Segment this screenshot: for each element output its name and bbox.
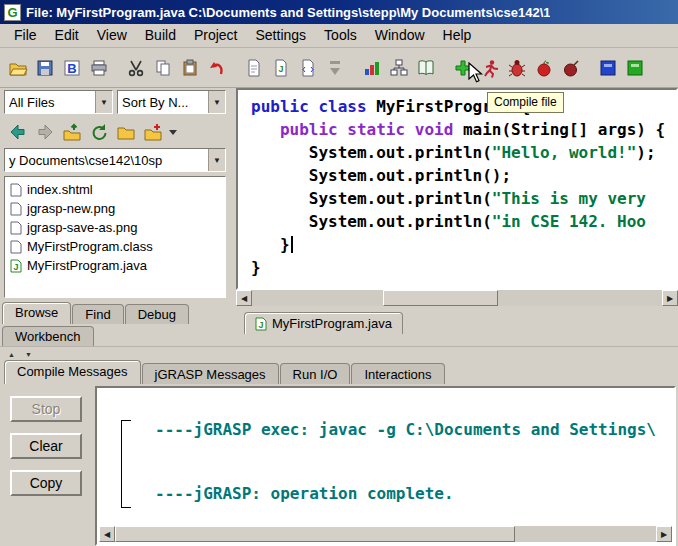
- horizontal-splitter[interactable]: ▲ ▼: [0, 346, 678, 360]
- menu-tools[interactable]: Tools: [316, 25, 365, 46]
- editor-tab-label: MyFirstProgram.java: [272, 316, 392, 331]
- undo-button[interactable]: [203, 54, 230, 82]
- file-item[interactable]: jgrasp-new.png: [7, 199, 223, 218]
- chevron-down-icon[interactable]: ▼: [208, 149, 225, 171]
- file-item[interactable]: index.shtml: [7, 180, 223, 199]
- toolbar: B J: [0, 48, 678, 88]
- print-button[interactable]: [85, 54, 112, 82]
- uml-tree-icon: [389, 58, 409, 78]
- editor-tab-myfirstprogram[interactable]: J MyFirstProgram.java: [244, 312, 403, 334]
- browser-nav-toolbar: [4, 118, 179, 146]
- save-button[interactable]: [31, 54, 58, 82]
- sort-combo[interactable]: Sort By N... ▼: [117, 90, 226, 114]
- collapse-up-icon[interactable]: ▲: [4, 349, 19, 359]
- collapse-down-icon[interactable]: ▼: [21, 349, 36, 359]
- copy-button[interactable]: [149, 54, 176, 82]
- folder-menu-button[interactable]: [166, 119, 179, 145]
- new-folder-button[interactable]: [139, 119, 166, 145]
- scroll-right-icon[interactable]: ▶: [656, 526, 672, 542]
- new-folder-icon: [143, 122, 163, 142]
- copy-button[interactable]: Copy: [10, 470, 82, 496]
- run-applet-button[interactable]: [530, 54, 557, 82]
- menu-file[interactable]: File: [6, 25, 45, 46]
- folder-button[interactable]: [112, 119, 139, 145]
- tab-workbench[interactable]: Workbench: [2, 326, 94, 346]
- new-html-file-button[interactable]: [294, 54, 321, 82]
- up-directory-button[interactable]: [58, 119, 85, 145]
- code-editor[interactable]: public class MyFirstProgram { public sta…: [236, 88, 678, 290]
- menu-view[interactable]: View: [89, 25, 135, 46]
- forward-button[interactable]: [31, 119, 58, 145]
- file-icon: [10, 202, 22, 216]
- file-item[interactable]: jgrasp-save-as.png: [7, 218, 223, 237]
- open-file-button[interactable]: [4, 54, 31, 82]
- new-text-file-button[interactable]: [240, 54, 267, 82]
- chevron-down-icon[interactable]: ▼: [208, 91, 225, 113]
- compile-messages-output[interactable]: ----jGRASP exec: javac -g C:\Documents a…: [95, 386, 676, 546]
- java-file-icon: J: [10, 259, 22, 273]
- menu-help[interactable]: Help: [435, 25, 480, 46]
- toolbar-separator: [439, 67, 449, 68]
- toolbar-separator: [584, 67, 594, 68]
- tab-find[interactable]: Find: [72, 304, 123, 324]
- java-file-icon: J: [255, 317, 267, 331]
- back-button[interactable]: [4, 119, 31, 145]
- workbench-button[interactable]: [594, 54, 621, 82]
- paste-button[interactable]: [176, 54, 203, 82]
- menu-settings[interactable]: Settings: [248, 25, 315, 46]
- scroll-right-icon[interactable]: ▶: [662, 290, 678, 306]
- refresh-button[interactable]: [85, 119, 112, 145]
- messages-hscrollbar[interactable]: ◀ ▶: [99, 526, 672, 542]
- tab-run-io[interactable]: Run I/O: [280, 363, 351, 384]
- browse-button[interactable]: B: [58, 54, 85, 82]
- goto-button[interactable]: [321, 54, 348, 82]
- scroll-left-icon[interactable]: ◀: [99, 526, 115, 542]
- editor-hscroll-track[interactable]: [252, 290, 662, 306]
- file-filter-combo[interactable]: All Files ▼: [4, 90, 113, 114]
- editor-tab-bar: J MyFirstProgram.java: [236, 310, 678, 334]
- tab-browse[interactable]: Browse: [2, 302, 71, 324]
- copy-icon: [153, 58, 173, 78]
- debug-button[interactable]: [503, 54, 530, 82]
- directory-path-value: y Documents\cse142\10sp: [5, 153, 208, 168]
- green-square-icon: [625, 58, 645, 78]
- sort-value: Sort By N...: [118, 95, 208, 110]
- menu-window[interactable]: Window: [367, 25, 433, 46]
- message-tab-bar: Compile Messages jGRASP Messages Run I/O…: [0, 360, 678, 384]
- mouse-cursor: [468, 62, 484, 84]
- viewer-button[interactable]: [621, 54, 648, 82]
- message-buttons: Stop Clear Copy: [0, 384, 95, 546]
- jgrasp-app-icon: G: [4, 4, 21, 21]
- file-item[interactable]: MyFirstProgram.class: [7, 237, 223, 256]
- tab-interactions[interactable]: Interactions: [351, 363, 444, 384]
- editor-hscroll-thumb[interactable]: [383, 290, 498, 306]
- messages-hscroll-track[interactable]: [115, 526, 656, 542]
- editor-hscrollbar[interactable]: ◀ ▶: [236, 290, 678, 306]
- scroll-left-icon[interactable]: ◀: [236, 290, 252, 306]
- tab-debug[interactable]: Debug: [125, 304, 189, 324]
- messages-hscroll-thumb[interactable]: [115, 526, 515, 542]
- uml-button[interactable]: [385, 54, 412, 82]
- tab-jgrasp-messages[interactable]: jGRASP Messages: [142, 363, 279, 384]
- menu-project[interactable]: Project: [186, 25, 246, 46]
- end-program-button[interactable]: [557, 54, 584, 82]
- clear-button[interactable]: Clear: [10, 433, 82, 459]
- bug-icon: [507, 58, 527, 78]
- complexity-profile-button[interactable]: [358, 54, 385, 82]
- file-item[interactable]: J MyFirstProgram.java: [7, 256, 223, 275]
- new-java-file-button[interactable]: J: [267, 54, 294, 82]
- documentation-button[interactable]: [412, 54, 439, 82]
- back-arrow-icon: [8, 122, 28, 142]
- chevron-down-icon[interactable]: ▼: [95, 91, 112, 113]
- cut-button[interactable]: [122, 54, 149, 82]
- apple-icon: [534, 58, 554, 78]
- directory-path-combo[interactable]: y Documents\cse142\10sp ▼: [4, 148, 226, 172]
- tab-compile-messages[interactable]: Compile Messages: [4, 360, 141, 384]
- menu-build[interactable]: Build: [137, 25, 184, 46]
- menu-edit[interactable]: Edit: [47, 25, 87, 46]
- stop-button[interactable]: Stop: [10, 396, 82, 422]
- compile-messages-panel: Stop Clear Copy ----jGRASP exec: javac -…: [0, 384, 678, 546]
- editor-area: public class MyFirstProgram { public sta…: [236, 88, 678, 346]
- folder-icon: [116, 122, 136, 142]
- title-bar[interactable]: G File: MyFirstProgram.java C:\Documents…: [0, 0, 678, 24]
